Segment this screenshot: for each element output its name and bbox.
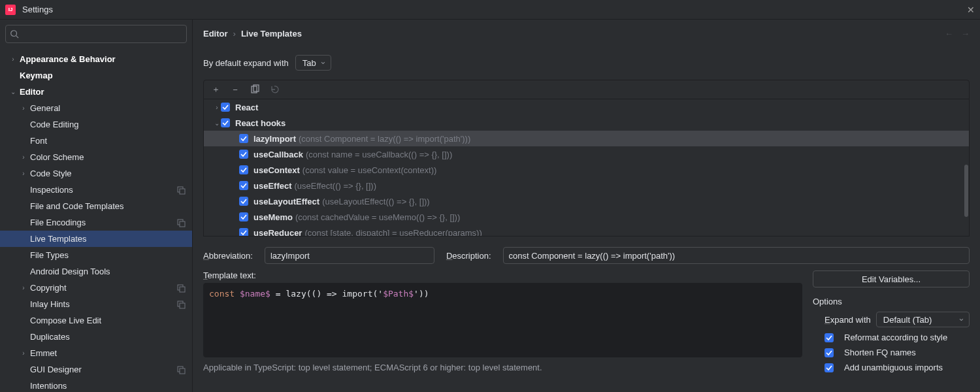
- sidebar-item-intentions[interactable]: Intentions: [0, 378, 192, 392]
- sidebar-item-label: Inspections: [30, 185, 73, 195]
- options-expand-select[interactable]: Default (Tab): [876, 312, 970, 327]
- template-name: React: [235, 103, 258, 112]
- sidebar-item-copyright[interactable]: ›Copyright: [0, 280, 192, 296]
- abbreviation-input[interactable]: [265, 247, 434, 264]
- svg-point-0: [11, 31, 17, 37]
- sidebar-item-label: Color Scheme: [30, 152, 84, 162]
- sidebar-item-compose-live-edit[interactable]: Compose Live Edit: [0, 312, 192, 329]
- sidebar-item-label: Inlay Hints: [30, 299, 70, 309]
- sidebar-item-code-style[interactable]: ›Code Style: [0, 165, 192, 182]
- expand-with-select[interactable]: Tab: [295, 55, 331, 71]
- options-title: Options: [813, 297, 970, 306]
- template-checkbox[interactable]: [239, 150, 248, 159]
- sidebar-item-label: File and Code Templates: [30, 201, 124, 211]
- sidebar-item-code-editing[interactable]: Code Editing: [0, 116, 192, 133]
- sidebar-item-emmet[interactable]: ›Emmet: [0, 345, 192, 361]
- sidebar-item-label: Appearance & Behavior: [20, 54, 116, 64]
- scrollbar[interactable]: [964, 99, 969, 236]
- template-list: ›React⌄React hookslazyImport (const Comp…: [203, 99, 970, 237]
- template-desc: (useLayoutEffect(() => {}, [])): [322, 197, 430, 206]
- shorten-checkbox[interactable]: [825, 348, 834, 357]
- sidebar-item-font[interactable]: Font: [0, 133, 192, 149]
- options-expand-label: Expand with: [825, 315, 871, 325]
- chevron-icon: ›: [9, 56, 17, 63]
- sidebar-item-general[interactable]: ›General: [0, 100, 192, 116]
- template-row-usememo[interactable]: useMemo (const cachedValue = useMemo(() …: [204, 209, 969, 225]
- sidebar-item-android-design-tools[interactable]: Android Design Tools: [0, 263, 192, 280]
- settings-sidebar: ›Appearance & BehaviorKeymap⌄Editor›Gene…: [0, 20, 193, 392]
- sidebar-item-label: Duplicates: [30, 332, 70, 342]
- sidebar-item-file-types[interactable]: File Types: [0, 247, 192, 263]
- template-name: useCallback: [253, 150, 303, 159]
- breadcrumb: Editor › Live Templates ← →: [203, 20, 970, 48]
- close-icon[interactable]: ✕: [967, 5, 975, 15]
- sidebar-item-label: Compose Live Edit: [30, 316, 101, 325]
- sidebar-item-inlay-hints[interactable]: Inlay Hints: [0, 296, 192, 312]
- template-checkbox[interactable]: [239, 212, 248, 221]
- template-checkbox[interactable]: [239, 228, 248, 237]
- breadcrumb-root[interactable]: Editor: [203, 29, 228, 39]
- template-row-useeffect[interactable]: useEffect (useEffect(() => {}, [])): [204, 178, 969, 193]
- template-checkbox[interactable]: [221, 118, 230, 127]
- template-name: useMemo: [253, 212, 293, 222]
- sidebar-item-label: Code Editing: [30, 120, 78, 129]
- sidebar-item-inspections[interactable]: Inspections: [0, 182, 192, 198]
- template-checkbox[interactable]: [239, 165, 248, 174]
- sidebar-item-editor[interactable]: ⌄Editor: [0, 84, 192, 100]
- titlebar: Settings ✕: [0, 0, 980, 20]
- search-input-wrap[interactable]: [5, 25, 187, 43]
- sidebar-item-keymap[interactable]: Keymap: [0, 67, 192, 84]
- imports-checkbox[interactable]: [825, 363, 834, 372]
- sidebar-item-label: File Types: [30, 250, 69, 260]
- sidebar-item-label: Copyright: [30, 283, 67, 293]
- template-checkbox[interactable]: [221, 103, 230, 112]
- remove-icon[interactable]: −: [230, 84, 240, 95]
- sidebar-item-file-encodings[interactable]: File Encodings: [0, 214, 192, 231]
- sidebar-item-label: Keymap: [20, 71, 53, 80]
- svg-line-1: [16, 36, 19, 39]
- sidebar-item-appearance-behavior[interactable]: ›Appearance & Behavior: [0, 51, 192, 67]
- chevron-icon: ›: [213, 104, 221, 111]
- template-name: React hooks: [235, 118, 286, 128]
- add-icon[interactable]: ＋: [210, 84, 221, 95]
- sidebar-item-label: Intentions: [30, 381, 67, 391]
- template-toolbar: ＋ −: [203, 80, 970, 99]
- search-input[interactable]: [22, 29, 182, 39]
- template-row-react[interactable]: ›React: [204, 99, 969, 115]
- sidebar-item-color-scheme[interactable]: ›Color Scheme: [0, 149, 192, 165]
- sidebar-item-file-and-code-templates[interactable]: File and Code Templates: [0, 198, 192, 214]
- scope-icon: [176, 300, 186, 309]
- template-name: useEffect: [253, 181, 292, 191]
- svg-rect-5: [180, 221, 185, 227]
- reformat-checkbox[interactable]: [825, 333, 834, 342]
- template-row-react-hooks[interactable]: ⌄React hooks: [204, 115, 969, 131]
- breadcrumb-leaf: Live Templates: [241, 29, 302, 39]
- sidebar-item-live-templates[interactable]: Live Templates: [0, 231, 192, 247]
- sidebar-item-duplicates[interactable]: Duplicates: [0, 329, 192, 345]
- duplicate-icon[interactable]: [250, 84, 260, 95]
- template-checkbox[interactable]: [239, 134, 248, 143]
- edit-variables-button[interactable]: Edit Variables...: [813, 270, 970, 287]
- window-title: Settings: [22, 5, 53, 14]
- template-row-usecallback[interactable]: useCallback (const name = useCallback(()…: [204, 146, 969, 162]
- revert-icon: [269, 84, 280, 95]
- template-checkbox[interactable]: [239, 181, 248, 190]
- template-row-lazyimport[interactable]: lazyImport (const Component = lazy(() =>…: [204, 131, 969, 146]
- shorten-label: Shorten FQ names: [844, 348, 916, 357]
- description-input[interactable]: [503, 247, 970, 264]
- template-name: useLayoutEffect: [253, 197, 319, 206]
- template-row-uselayouteffect[interactable]: useLayoutEffect (useLayoutEffect(() => {…: [204, 193, 969, 209]
- chevron-icon: ›: [20, 170, 27, 177]
- template-text-area[interactable]: const $name$ = lazy(() => import('$Path$…: [203, 283, 802, 357]
- template-checkbox[interactable]: [239, 197, 248, 206]
- template-name: lazyImport: [253, 134, 296, 144]
- sidebar-item-gui-designer[interactable]: GUI Designer: [0, 361, 192, 378]
- template-desc: (const name = useCallback(() => {}, [])): [306, 150, 452, 159]
- chevron-icon: ›: [20, 350, 27, 357]
- template-text-label: Template text:: [203, 270, 802, 280]
- template-row-usereducer[interactable]: useReducer (const [state, dispatch] = us…: [204, 225, 969, 237]
- search-icon: [10, 29, 19, 39]
- back-icon: ←: [945, 29, 953, 39]
- template-row-usecontext[interactable]: useContext (const value = useContext(con…: [204, 162, 969, 178]
- app-icon: [5, 5, 16, 15]
